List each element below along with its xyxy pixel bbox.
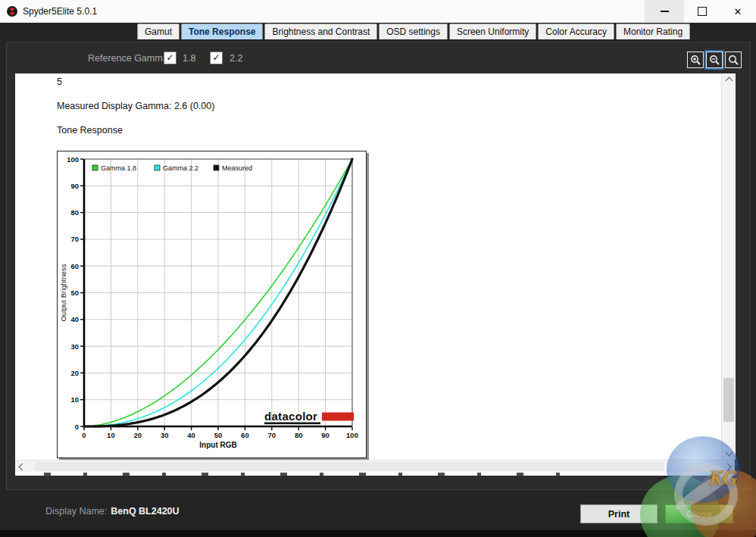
svg-text:Gamma 1.8: Gamma 1.8 bbox=[101, 164, 136, 172]
svg-text:30: 30 bbox=[161, 431, 169, 439]
minimize-icon bbox=[661, 11, 669, 12]
svg-text:90: 90 bbox=[321, 431, 330, 439]
svg-text:90: 90 bbox=[70, 182, 79, 190]
chevron-right-icon bbox=[724, 463, 732, 470]
title-bar: Spyder5Elite 5.0.1 ✕ bbox=[0, 0, 756, 23]
clipped-content-row bbox=[15, 472, 735, 476]
svg-text:70: 70 bbox=[70, 235, 79, 243]
measured-gamma-text: Measured Display Gamma: 2.6 (0.00) bbox=[57, 101, 214, 111]
chevron-up-icon bbox=[725, 77, 733, 85]
svg-text:80: 80 bbox=[70, 208, 79, 217]
tone-response-chart: 0102030405060708090100010203040506070809… bbox=[57, 151, 367, 458]
tab-screen-uniformity[interactable]: Screen Uniformity bbox=[449, 23, 536, 39]
display-name: Display Name:BenQ BL2420U bbox=[45, 506, 180, 517]
svg-text:30: 30 bbox=[70, 342, 79, 351]
zoom-out-button[interactable] bbox=[706, 52, 723, 68]
spyder-logo-icon bbox=[6, 5, 18, 17]
scroll-left-button[interactable] bbox=[15, 461, 27, 473]
svg-text:0: 0 bbox=[75, 423, 79, 431]
magnifier-plus-icon bbox=[690, 55, 701, 66]
svg-text:Measured: Measured bbox=[222, 164, 252, 172]
svg-text:40: 40 bbox=[187, 431, 195, 439]
close-button-label: Close bbox=[686, 509, 712, 520]
svg-text:20: 20 bbox=[134, 431, 142, 439]
svg-text:60: 60 bbox=[70, 262, 79, 270]
magnifier-minus-icon bbox=[709, 55, 720, 66]
section-title: Tone Response bbox=[57, 125, 123, 136]
zoom-in-button[interactable] bbox=[687, 52, 704, 68]
horizontal-scrollbar[interactable] bbox=[15, 460, 735, 473]
tab-osd-settings[interactable]: OSD settings bbox=[379, 23, 448, 39]
svg-text:10: 10 bbox=[70, 395, 79, 404]
close-button[interactable]: Close bbox=[665, 504, 733, 523]
svg-text:Gamma 2.2: Gamma 2.2 bbox=[163, 164, 198, 172]
app-window: Spyder5Elite 5.0.1 ✕ GamutTone ResponseB… bbox=[0, 0, 756, 537]
gamma-2-2-checkbox[interactable]: ✓ bbox=[210, 52, 223, 64]
close-icon: ✕ bbox=[734, 6, 742, 17]
report-view: 5 Measured Display Gamma: 2.6 (0.00) Ton… bbox=[15, 73, 735, 476]
chevron-left-icon bbox=[19, 463, 27, 470]
svg-text:20: 20 bbox=[70, 369, 79, 377]
maximize-icon bbox=[698, 7, 707, 16]
magnifier-icon bbox=[728, 55, 739, 66]
svg-text:Output Brightness: Output Brightness bbox=[59, 264, 67, 321]
tab-color-accuracy[interactable]: Color Accuracy bbox=[538, 23, 614, 39]
tab-monitor-rating[interactable]: Monitor Rating bbox=[616, 23, 690, 39]
gamma-1-8-label: 1.8 bbox=[183, 53, 195, 64]
tone-response-plot: 0102030405060708090100010203040506070809… bbox=[58, 151, 364, 456]
minimize-button[interactable] bbox=[645, 0, 684, 23]
vertical-scrollbar-thumb[interactable] bbox=[723, 378, 734, 422]
svg-text:40: 40 bbox=[70, 315, 79, 323]
print-button[interactable]: Print bbox=[580, 504, 658, 523]
display-name-value: BenQ BL2420U bbox=[111, 506, 179, 517]
zoom-reset-button[interactable] bbox=[725, 52, 742, 68]
window-title: Spyder5Elite 5.0.1 bbox=[23, 0, 97, 23]
svg-text:100: 100 bbox=[346, 431, 358, 439]
reference-gamma-label: Reference Gamma: bbox=[88, 53, 170, 64]
tab-gamut[interactable]: Gamut bbox=[137, 23, 180, 39]
svg-text:60: 60 bbox=[241, 431, 249, 439]
gamma-1-8-checkbox[interactable]: ✓ bbox=[164, 52, 177, 64]
chevron-down-icon bbox=[725, 449, 733, 457]
close-window-button[interactable]: ✕ bbox=[720, 0, 756, 23]
svg-text:100: 100 bbox=[67, 155, 79, 164]
scroll-down-button[interactable] bbox=[722, 448, 736, 460]
display-name-label: Display Name: bbox=[45, 506, 107, 517]
svg-text:80: 80 bbox=[295, 431, 303, 439]
svg-text:Input RGB: Input RGB bbox=[199, 441, 236, 449]
svg-text:50: 50 bbox=[70, 289, 79, 297]
svg-text:70: 70 bbox=[268, 431, 276, 439]
svg-text:10: 10 bbox=[107, 431, 115, 439]
tab-tone-response[interactable]: Tone Response bbox=[181, 23, 263, 39]
bottom-edge-strip bbox=[0, 530, 756, 537]
tab-bar: GamutTone ResponseBrightness and Contras… bbox=[137, 23, 692, 39]
tab-brightness-and-contrast[interactable]: Brightness and Contrast bbox=[264, 23, 377, 39]
horizontal-scrollbar-thumb[interactable] bbox=[35, 462, 664, 471]
maximize-button[interactable] bbox=[684, 0, 720, 23]
gamma-2-2-label: 2.2 bbox=[230, 53, 242, 64]
print-button-label: Print bbox=[608, 509, 629, 520]
svg-text:50: 50 bbox=[214, 431, 223, 439]
svg-text:datacolor: datacolor bbox=[264, 410, 317, 423]
clipped-text-fragments bbox=[44, 473, 574, 476]
page-number: 5 bbox=[57, 76, 62, 87]
svg-text:0: 0 bbox=[82, 431, 86, 439]
scroll-right-button[interactable] bbox=[723, 461, 735, 473]
vertical-scrollbar[interactable] bbox=[721, 73, 736, 460]
scroll-up-button[interactable] bbox=[722, 73, 736, 86]
